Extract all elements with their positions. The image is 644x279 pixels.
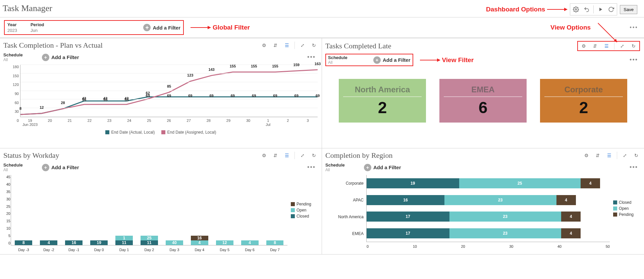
save-button[interactable]: Save <box>620 5 637 14</box>
expand-icon[interactable]: ⤢ <box>299 152 306 159</box>
late-cards-row: North America2EMEA6Corporate2 <box>326 69 640 133</box>
gear-icon[interactable]: ⚙ <box>260 42 268 49</box>
more-menu-icon[interactable]: ••• <box>628 24 640 31</box>
hierarchy-icon[interactable]: ⇵ <box>272 42 279 49</box>
panel-title: Tasks Completed Late <box>325 42 391 50</box>
refresh-icon[interactable]: ↻ <box>310 42 318 49</box>
dashboard-toolbar <box>570 3 617 15</box>
panel-filter-schedule[interactable]: Schedule All <box>325 162 364 172</box>
refresh-icon[interactable]: ↻ <box>630 42 637 50</box>
bar-chart-icon[interactable]: ☰ <box>283 42 290 49</box>
arrow-right-icon <box>547 9 567 10</box>
bar-chart-icon[interactable]: ☰ <box>283 152 290 159</box>
more-menu-icon[interactable]: ••• <box>628 56 640 63</box>
stacked-bar-chart: 4540353025201510508416191111125404161248… <box>0 174 322 254</box>
panel-toolbar: ⚙ ⇵ ☰ ⤢ ↻ <box>260 152 318 159</box>
legend-item: Pending <box>613 212 640 217</box>
more-menu-icon[interactable]: ••• <box>305 164 318 171</box>
panel-toolbar: ⚙ ⇵ ☰ ⤢ ↻ <box>260 42 318 49</box>
panel-filter-schedule[interactable]: Schedule All <box>3 52 42 62</box>
filter-year[interactable]: Year 2023 <box>7 22 17 33</box>
plus-circle-icon: + <box>143 24 151 31</box>
line-chart: 1801501209060300812284343436285123143155… <box>0 63 322 148</box>
panel-status-workday: Status by Workday ⚙ ⇵ ☰ ⤢ ↻ Schedule All… <box>0 148 322 254</box>
plus-circle-icon: + <box>42 54 49 61</box>
late-card[interactable]: EMEA6 <box>439 79 527 123</box>
legend-item: Closed <box>291 214 318 219</box>
legend-item: Open <box>613 206 640 211</box>
panel-grid: Task Completion - Plan vs Actual ⚙ ⇵ ☰ ⤢… <box>0 38 644 254</box>
expand-icon[interactable]: ⤢ <box>621 152 629 159</box>
card-value: 6 <box>479 98 488 117</box>
expand-icon[interactable]: ⤢ <box>299 42 306 49</box>
arrow-right-icon <box>420 60 440 60</box>
global-filter-row: Year 2023 Period Jun + Add a Filter Glob… <box>0 17 644 38</box>
bar-chart-icon[interactable]: ☰ <box>603 42 610 50</box>
panel-toolbar: ⚙ ⇵ ☰ ⤢ ↻ <box>583 152 640 159</box>
legend-item: Pending <box>291 202 318 206</box>
panel-tasks-late: Tasks Completed Late ⚙ ⇵ ☰ ⤢ ↻ Schedule … <box>322 38 644 148</box>
add-filter-button[interactable]: + Add a Filter <box>42 164 79 171</box>
page-title: Task Manager <box>3 3 52 13</box>
bar-chart-icon[interactable]: ☰ <box>605 152 613 159</box>
plus-circle-icon: + <box>364 164 371 171</box>
gear-icon[interactable]: ⚙ <box>260 152 268 159</box>
card-value: 2 <box>579 98 588 117</box>
panel-plan-vs-actual: Task Completion - Plan vs Actual ⚙ ⇵ ☰ ⤢… <box>0 38 322 148</box>
late-card[interactable]: Corporate2 <box>540 79 627 123</box>
panel-toolbar-highlighted: ⚙ ⇵ ☰ ⤢ ↻ <box>577 41 640 51</box>
panel-filter-schedule[interactable]: Schedule All <box>3 162 42 172</box>
filter-period[interactable]: Period Jun <box>31 22 44 33</box>
refresh-icon[interactable]: ↻ <box>310 152 318 159</box>
annotation-global-filter: Global Filter <box>191 24 250 31</box>
hierarchy-icon[interactable]: ⇵ <box>591 42 599 50</box>
annotation-view-options: View Options <box>550 22 621 33</box>
refresh-icon[interactable] <box>606 5 616 14</box>
play-icon[interactable] <box>596 5 605 14</box>
legend-item: Closed <box>613 200 640 205</box>
gear-icon[interactable] <box>571 5 581 14</box>
hierarchy-icon[interactable]: ⇵ <box>272 152 279 159</box>
annotation-dashboard-options: Dashboard Options <box>486 6 567 13</box>
legend-actual: End Date (Actual, Local) <box>105 130 155 135</box>
add-filter-button[interactable]: + Add a Filter <box>143 24 180 31</box>
svg-point-0 <box>575 9 577 10</box>
more-menu-icon[interactable]: ••• <box>628 164 640 171</box>
gear-icon[interactable]: ⚙ <box>583 152 590 159</box>
add-filter-button[interactable]: + Add a Filter <box>373 56 411 64</box>
panel-filter-highlight: Schedule All + Add a Filter <box>325 54 413 66</box>
panel-title: Completion by Region <box>325 151 392 160</box>
gear-icon[interactable]: ⚙ <box>580 42 587 50</box>
panel-title: Status by Workday <box>3 151 59 160</box>
panel-completion-region: Completion by Region ⚙ ⇵ ☰ ⤢ ↻ Schedule … <box>322 148 644 254</box>
panel-filter-schedule[interactable]: Schedule All <box>328 55 367 65</box>
legend-item: Open <box>291 208 318 213</box>
panel-title: Task Completion - Plan vs Actual <box>3 41 103 50</box>
plus-circle-icon: + <box>42 164 49 171</box>
card-region: EMEA <box>444 85 522 97</box>
plus-circle-icon: + <box>373 56 381 64</box>
global-filter-highlight: Year 2023 Period Jun + Add a Filter <box>4 20 184 35</box>
card-value: 2 <box>378 98 387 117</box>
undo-icon[interactable] <box>582 5 591 14</box>
arrow-right-icon <box>191 27 211 28</box>
late-card[interactable]: North America2 <box>339 79 426 123</box>
refresh-icon[interactable]: ↻ <box>633 152 640 159</box>
annotation-view-filter: View Filter <box>420 56 474 64</box>
add-filter-button[interactable]: + Add a Filter <box>42 54 79 61</box>
hierarchy-icon[interactable]: ⇵ <box>594 152 601 159</box>
dashboard-header: Task Manager Dashboard Options Save <box>0 0 644 17</box>
legend-assigned: End Date (Assigned, Local) <box>161 130 216 135</box>
card-region: Corporate <box>544 85 623 97</box>
expand-icon[interactable]: ⤢ <box>619 42 626 50</box>
more-menu-icon[interactable]: ••• <box>305 54 318 61</box>
add-filter-button[interactable]: + Add a Filter <box>364 164 401 171</box>
hbar-chart: CorporateAPACNorth AmericaEMEA1925416234… <box>322 174 644 254</box>
card-region: North America <box>343 85 422 97</box>
